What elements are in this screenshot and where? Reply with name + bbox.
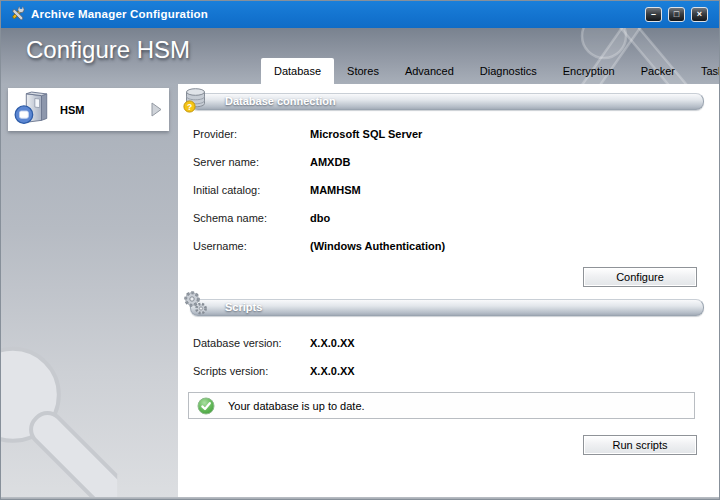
sidebar-item-label: HSM — [60, 104, 84, 116]
page-title: Configure HSM — [26, 36, 190, 64]
field-label: Schema name: — [193, 212, 310, 224]
field-schema-name: Schema name:dbo — [193, 212, 330, 224]
section-scripts: Scripts — [190, 299, 704, 316]
tab-database[interactable]: Database — [261, 58, 334, 84]
tab-bar: Database Stores Advanced Diagnostics Enc… — [261, 58, 720, 84]
field-value: X.X.0.XX — [310, 337, 355, 349]
close-icon[interactable]: × — [691, 7, 708, 22]
gears-icon — [182, 290, 209, 321]
minimize-icon[interactable]: – — [645, 7, 662, 22]
field-label: Provider: — [193, 128, 310, 140]
field-initial-catalog: Initial catalog:MAMHSM — [193, 184, 361, 196]
database-question-icon: ? — [182, 85, 209, 117]
field-label: Database version: — [193, 337, 310, 349]
run-scripts-button[interactable]: Run scripts — [583, 435, 697, 455]
field-value: dbo — [310, 212, 330, 224]
app-tools-icon — [8, 5, 26, 23]
tab-encryption[interactable]: Encryption — [550, 58, 628, 84]
status-message: Your database is up to date. — [228, 400, 365, 412]
section-database-connection: Database connection — [190, 93, 704, 110]
field-value: (Windows Authentication) — [310, 240, 445, 252]
titlebar: Archive Manager Configuration – □ × — [0, 0, 720, 28]
sidebar-item-hsm[interactable]: HSM — [8, 88, 169, 131]
maximize-icon[interactable]: □ — [668, 7, 685, 22]
field-value: Microsoft SQL Server — [310, 128, 422, 140]
svg-text:?: ? — [187, 102, 192, 112]
field-provider: Provider:Microsoft SQL Server — [193, 128, 422, 140]
main-content: ? Database connection Provider:Microsoft… — [178, 84, 718, 497]
field-username: Username:(Windows Authentication) — [193, 240, 445, 252]
field-value: X.X.0.XX — [310, 365, 355, 377]
configure-button[interactable]: Configure — [583, 267, 697, 287]
green-check-icon — [197, 397, 215, 415]
tab-tasks[interactable]: Tasks — [688, 58, 720, 84]
field-label: Server name: — [193, 156, 310, 168]
tab-advanced[interactable]: Advanced — [392, 58, 467, 84]
sidebar: HSM — [0, 84, 178, 497]
tab-stores[interactable]: Stores — [334, 58, 392, 84]
field-server-name: Server name:AMXDB — [193, 156, 350, 168]
field-value: MAMHSM — [310, 184, 361, 196]
field-value: AMXDB — [310, 156, 350, 168]
page-header: Configure HSM Database Stores Advanced D… — [0, 28, 720, 84]
field-database-version: Database version:X.X.0.XX — [193, 337, 355, 349]
wrench-watermark-icon — [0, 297, 178, 497]
field-label: Username: — [193, 240, 310, 252]
field-scripts-version: Scripts version:X.X.0.XX — [193, 365, 355, 377]
field-label: Initial catalog: — [193, 184, 310, 196]
server-tower-icon — [13, 88, 51, 132]
field-label: Scripts version: — [193, 365, 310, 377]
tab-diagnostics[interactable]: Diagnostics — [467, 58, 550, 84]
tab-packer[interactable]: Packer — [628, 58, 688, 84]
status-message-box: Your database is up to date. — [188, 392, 695, 419]
triangle-right-icon — [151, 102, 162, 117]
window-title: Archive Manager Configuration — [31, 0, 208, 28]
window-controls: – □ × — [645, 7, 708, 22]
